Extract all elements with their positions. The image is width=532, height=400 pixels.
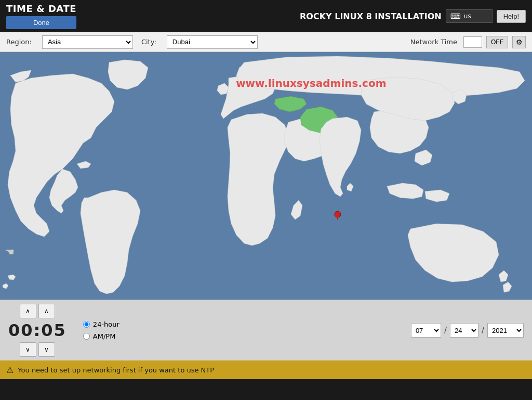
hours-up-button[interactable]: ∧ xyxy=(20,304,36,318)
hours-down-button[interactable]: ∨ xyxy=(20,342,36,357)
city-label: City: xyxy=(141,38,156,46)
minutes-display: 05 xyxy=(41,320,66,340)
toolbar-right: Network Time OFF ⚙ xyxy=(410,36,526,48)
minutes-down-button[interactable]: ∨ xyxy=(38,342,55,357)
header: TIME & DATE Done ROCKY LINUX 8 INSTALLAT… xyxy=(0,0,532,32)
warning-bar: ⚠ You need to set up networking first if… xyxy=(0,360,532,379)
time-controls: ∧ ∧ 00:05 ∨ ∨ xyxy=(8,304,66,357)
keyboard-icon: ⌨ xyxy=(450,12,461,20)
city-select[interactable]: Dubai Tokyo Shanghai Kolkata Singapore xyxy=(167,35,258,49)
off-button[interactable]: OFF xyxy=(486,36,508,48)
network-time-input[interactable] xyxy=(463,36,482,48)
map-container[interactable]: www.linuxsysadmins.com ☚ xyxy=(0,52,532,300)
date-controls: 07 01020304 05060809 101112 / 24 / 2021 … xyxy=(411,323,524,338)
date-sep-1: / xyxy=(444,326,447,335)
header-right: ROCKY LINUX 8 INSTALLATION ⌨ us Help! xyxy=(300,9,526,23)
location-pin xyxy=(334,211,341,218)
toolbar: Region: Asia Europe Americas Africa Atla… xyxy=(0,32,532,52)
year-select[interactable]: 2021 20202022 xyxy=(487,323,524,338)
header-left: TIME & DATE Done xyxy=(6,3,76,29)
format-24h-radio[interactable] xyxy=(83,321,90,328)
date-sep-2: / xyxy=(482,326,484,335)
warning-message: You need to set up networking first if y… xyxy=(18,366,214,374)
format-controls: 24-hour AM/PM xyxy=(83,320,119,340)
map-cursor-icon: ☚ xyxy=(5,246,15,258)
ntp-settings-button[interactable]: ⚙ xyxy=(512,36,526,48)
format-24h-label[interactable]: 24-hour xyxy=(83,320,119,328)
region-label: Region: xyxy=(6,38,32,46)
time-up-row: ∧ ∧ xyxy=(20,304,55,318)
done-button[interactable]: Done xyxy=(6,16,76,29)
network-time-label: Network Time xyxy=(410,38,457,46)
minutes-up-button[interactable]: ∧ xyxy=(38,304,55,318)
warning-icon: ⚠ xyxy=(6,365,14,375)
svg-point-24 xyxy=(335,211,341,217)
day-select[interactable]: 24 xyxy=(450,323,478,338)
time-down-row: ∨ ∨ xyxy=(20,342,55,357)
time-display: 00:05 xyxy=(8,319,66,341)
keyboard-language[interactable]: ⌨ us xyxy=(446,9,493,23)
format-ampm-label[interactable]: AM/PM xyxy=(83,332,119,340)
time-colon: : xyxy=(34,320,42,340)
hours-display: 00 xyxy=(8,320,34,340)
bottom-bar: ∧ ∧ 00:05 ∨ ∨ 24-hour AM/PM 07 01020304 … xyxy=(0,300,532,360)
os-title: ROCKY LINUX 8 INSTALLATION xyxy=(300,11,442,21)
world-map xyxy=(0,52,532,300)
format-ampm-radio[interactable] xyxy=(83,333,90,340)
month-select[interactable]: 07 01020304 05060809 101112 xyxy=(411,323,441,338)
page-title: TIME & DATE xyxy=(6,3,76,14)
help-button[interactable]: Help! xyxy=(497,10,526,23)
keyboard-lang-value: us xyxy=(464,12,471,20)
region-select[interactable]: Asia Europe Americas Africa Atlantic Aus… xyxy=(42,35,133,49)
